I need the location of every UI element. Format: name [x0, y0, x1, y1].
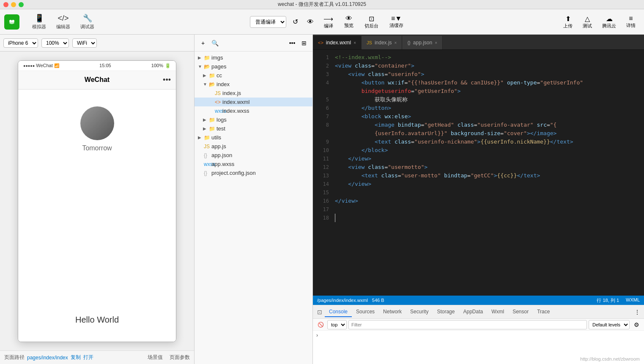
tree-item-utils[interactable]: ▶ 📁 utils — [195, 133, 312, 142]
app-logo — [4, 14, 19, 30]
tab-app-json[interactable]: {} app.json × — [402, 36, 443, 49]
tree-item-imgs[interactable]: ▶ 📁 imgs — [195, 53, 312, 62]
page-params-label[interactable]: 页面参数 — [170, 354, 190, 361]
devtools-console-toolbar: 🚫 top Default levels ⚙ — [313, 319, 644, 331]
folder-icon: 📁 — [209, 126, 216, 132]
devtools-tab-console[interactable]: Console — [325, 307, 352, 317]
code-editor[interactable]: 1 <!--index.wxml--> 2 <view class="conta… — [313, 50, 644, 296]
preview-eye-btn[interactable]: 👁 — [304, 16, 317, 28]
console-filter-input[interactable] — [348, 320, 587, 329]
console-arrow[interactable]: › — [316, 332, 318, 338]
tree-item-index-wxss[interactable]: wxss index.wxss — [195, 106, 312, 115]
devtools-tab-network[interactable]: Network — [379, 307, 406, 317]
devtools-inspect-btn[interactable]: ⊡ — [315, 307, 325, 317]
cache-label: 清缓存 — [389, 22, 403, 29]
tree-item-index[interactable]: ▼ 📂 index — [195, 80, 312, 89]
js-tab-icon: JS — [367, 40, 372, 45]
refresh-btn[interactable]: ↺ — [289, 16, 301, 28]
open-link[interactable]: 打开 — [83, 354, 93, 361]
scene-label[interactable]: 场景值 — [148, 354, 163, 361]
simulator-btn[interactable]: 📱 模拟器 — [28, 11, 50, 33]
devtools-clear-btn[interactable]: 🚫 — [315, 320, 326, 330]
devtools-tab-wxml[interactable]: Wxml — [487, 307, 508, 317]
devtools-tab-trace[interactable]: Trace — [533, 307, 554, 317]
devtools-tab-sources[interactable]: Sources — [352, 307, 379, 317]
user-avatar — [80, 106, 114, 140]
tab-index-js[interactable]: JS index.js × — [362, 36, 402, 49]
new-file-btn[interactable]: + — [198, 38, 208, 48]
hello-world-text: Hello World — [75, 315, 119, 325]
compile-select[interactable]: 普通编译 — [250, 16, 286, 28]
code-line-9: 9 <text class="userinfo-nickname">{{user… — [313, 138, 644, 146]
cache-btn[interactable]: ≡▼ 清缓存 — [385, 13, 408, 30]
code-line-13: 13 <text class="user-motto" bindtap="get… — [313, 171, 644, 180]
watermark: http://blog.csdn.net/zbwroom — [580, 356, 640, 361]
code-line-8b: {userInfo.avatarUrl}}" background-size="… — [313, 129, 644, 138]
devtools-tab-appdata[interactable]: AppData — [459, 307, 487, 317]
tab-index-wxml[interactable]: <> index.wxml × — [313, 36, 362, 49]
folder-icon: 📁 — [204, 135, 211, 141]
close-button[interactable] — [3, 2, 8, 7]
tree-item-cc[interactable]: ▶ 📁 cc — [195, 71, 312, 80]
search-btn[interactable]: 🔍 — [210, 38, 220, 48]
tab-js-close[interactable]: × — [395, 41, 397, 45]
more-options-btn[interactable]: ••• — [287, 38, 297, 48]
tree-item-index-wxml[interactable]: <> index.wxml — [195, 98, 312, 106]
expand-arrow: ▶ — [203, 117, 209, 122]
split-view-btn[interactable]: ⊞ — [299, 38, 309, 48]
device-select[interactable]: iPhone 6 — [3, 38, 38, 48]
simulator-pane: iPhone 6 100% WiFi ●●●●● WeChat 📶 15:05 — [0, 35, 195, 364]
detail-label: 详情 — [626, 22, 636, 29]
devtools-tab-security[interactable]: Security — [406, 307, 433, 317]
tab-js-label: index.js — [375, 40, 392, 46]
maximize-button[interactable] — [19, 2, 24, 7]
debugger-btn[interactable]: 🔧 调试器 — [76, 11, 99, 33]
background-btn[interactable]: ⊡ 切后台 — [360, 13, 383, 31]
devtools-tabs: ⊡ Console Sources Network Security Stora… — [313, 305, 644, 319]
tab-wxml-close[interactable]: × — [354, 41, 356, 45]
editor-tabs: <> index.wxml × JS index.js × {} app.jso… — [313, 35, 644, 50]
tab-json-close[interactable]: × — [435, 41, 437, 45]
devtools-tab-sensor[interactable]: Sensor — [508, 307, 533, 317]
code-line-8: 8 <image bindtap="getHead" class="userin… — [313, 121, 644, 129]
tree-item-app-wxss[interactable]: wxss app.wxss — [195, 160, 312, 168]
editor-btn[interactable]: </> 编辑器 — [52, 11, 74, 33]
zoom-select[interactable]: 100% — [41, 38, 69, 48]
compile-label: 编译 — [324, 23, 333, 29]
devtools-tab-storage[interactable]: Storage — [433, 307, 459, 317]
upload-btn[interactable]: ⬆ 上传 — [559, 13, 577, 31]
battery-percent: 100% — [151, 63, 163, 68]
window-title: wechat - 微信开发者工具 v1.01.170925 — [278, 1, 366, 8]
filetree-toolbar: + 🔍 ••• ⊞ — [195, 35, 312, 52]
tree-item-project-config[interactable]: {} project.config.json — [195, 168, 312, 177]
background-label: 切后台 — [364, 23, 378, 29]
devtools-settings-btn[interactable]: ⚙ — [631, 320, 641, 330]
nav-title: WeChat — [85, 76, 110, 84]
preview-btn[interactable]: 👁 预览 — [340, 13, 358, 30]
nav-more-btn[interactable]: ••• — [163, 76, 171, 84]
log-level-select[interactable]: Default levels — [589, 320, 630, 329]
compile-btn[interactable]: ⟶ 编译 — [319, 13, 337, 31]
simulator-icon: 📱 — [35, 14, 44, 23]
tree-item-logs[interactable]: ▶ 📁 logs — [195, 115, 312, 124]
test-btn[interactable]: △ 测试 — [578, 13, 596, 31]
copy-link[interactable]: 复制 — [71, 354, 81, 361]
devtools-more-btn[interactable]: ⋮ — [632, 307, 642, 317]
wxss-file-icon: wxss — [204, 161, 211, 167]
tree-item-test[interactable]: ▶ 📁 test — [195, 124, 312, 133]
simulator-toolbar: iPhone 6 100% WiFi — [0, 35, 194, 52]
tree-item-app-js[interactable]: JS app.js — [195, 142, 312, 151]
minimize-button[interactable] — [11, 2, 16, 7]
context-select[interactable]: top — [327, 320, 347, 329]
tree-item-pages[interactable]: ▼ 📂 pages — [195, 62, 312, 71]
tencent-btn[interactable]: ☁ 腾讯云 — [598, 13, 620, 31]
file-path-status: /pages/index/index.wxml — [317, 298, 368, 303]
battery-icon: 🔋 — [165, 63, 171, 68]
tree-item-app-json[interactable]: {} app.json — [195, 151, 312, 160]
code-line-17: 17 — [313, 205, 644, 214]
tree-item-index-js[interactable]: JS index.js — [195, 89, 312, 98]
detail-btn[interactable]: ≡ 详情 — [622, 13, 640, 30]
network-select[interactable]: WiFi — [72, 38, 97, 48]
status-right-info: 行 18, 列 1 WXML — [597, 297, 640, 304]
debugger-icon: 🔧 — [83, 14, 92, 23]
